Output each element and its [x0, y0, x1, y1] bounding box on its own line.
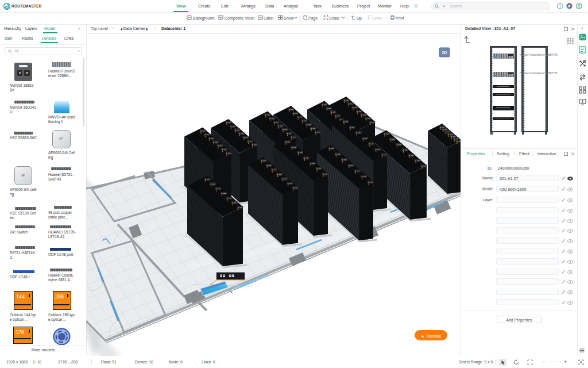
svg-text:Tutorials: Tutorials: [426, 334, 441, 338]
svg-text:2D: 2D: [442, 50, 447, 55]
svg-text:★: ★: [421, 334, 424, 338]
